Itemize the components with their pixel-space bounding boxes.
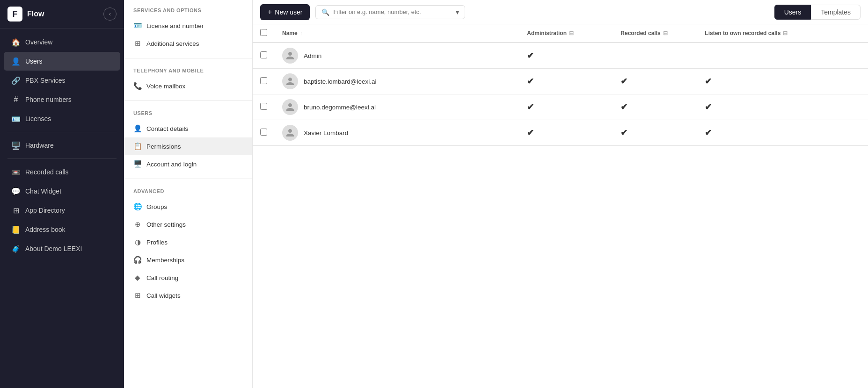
sub-divider-2 — [124, 179, 252, 179]
admin-checkmark: ✔ — [527, 77, 534, 86]
header-administration: Administration ⊟ — [519, 24, 613, 43]
row-listen-cell: ✔ — [697, 69, 868, 94]
admin-checkmark: ✔ — [527, 51, 534, 60]
header-name: Name ↑ — [275, 24, 519, 43]
new-user-button[interactable]: + New user — [260, 4, 310, 20]
admin-filter-icon[interactable]: ⊟ — [569, 30, 574, 36]
sidebar-item-label: Recorded calls — [25, 168, 69, 176]
sub-item-label: Account and login — [146, 161, 197, 168]
hardware-icon: 🖥️ — [11, 141, 21, 150]
sub-item-memberships[interactable]: 🎧Memberships — [124, 251, 252, 269]
avatar — [282, 48, 298, 64]
row-listen-cell: ✔ — [697, 94, 868, 120]
tab-users[interactable]: Users — [774, 5, 811, 20]
row-admin-cell: ✔ — [519, 43, 613, 69]
topbar: + New user 🔍 ▾ UsersTemplates — [253, 0, 868, 24]
row-name: baptiste.lombard@leexi.ai — [304, 78, 377, 85]
row-recorded-cell — [613, 43, 697, 69]
row-name: Xavier Lombard — [304, 129, 348, 137]
sub-section-title-0: Services and options — [124, 7, 252, 17]
row-checkbox[interactable] — [260, 103, 267, 110]
tab-templates[interactable]: Templates — [811, 5, 861, 20]
listen-checkmark: ✔ — [705, 77, 712, 86]
sub-item-label: Groups — [146, 203, 167, 210]
recorded-col-label: Recorded calls — [620, 30, 660, 36]
groups-icon: 🌐 — [133, 202, 142, 211]
admin-col-label: Administration — [527, 30, 567, 36]
sidebar-item-address-book[interactable]: 📒Address book — [4, 220, 120, 239]
name-col-label: Name — [282, 30, 298, 36]
sidebar-item-label: Hardware — [25, 142, 54, 149]
sidebar-item-label: App Directory — [25, 207, 65, 214]
overview-icon: 🏠 — [11, 37, 21, 47]
header-checkbox-col — [253, 24, 275, 43]
voice-mailbox-icon: 📞 — [133, 82, 142, 90]
sidebar: F Flow ‹ 🏠Overview👤Users🔗PBX Services#Ph… — [0, 0, 124, 388]
header-recorded-calls: Recorded calls ⊟ — [613, 24, 697, 43]
filter-dropdown-button[interactable]: ▾ — [456, 8, 459, 16]
row-name: Admin — [304, 52, 321, 59]
admin-checkmark: ✔ — [527, 128, 534, 137]
recorded-calls-icon: 📼 — [11, 167, 21, 177]
sub-item-label: Memberships — [146, 257, 184, 264]
sub-item-license-number[interactable]: 🪪License and number — [124, 17, 252, 35]
sub-section-0: Services and options🪪License and number⊞… — [124, 0, 252, 56]
sidebar-item-recorded-calls[interactable]: 📼Recorded calls — [4, 163, 120, 181]
header-listen-own: Listen to own recorded calls ⊟ — [697, 24, 868, 43]
name-sort-icon[interactable]: ↑ — [300, 30, 303, 36]
sidebar-item-chat-widget[interactable]: 💬Chat Widget — [4, 182, 120, 201]
profiles-icon: ◑ — [133, 238, 142, 246]
sidebar-collapse-button[interactable]: ‹ — [103, 7, 117, 21]
sub-item-call-routing[interactable]: ◆Call routing — [124, 269, 252, 287]
table-row: Admin ✔ — [253, 43, 868, 69]
sidebar-item-overview[interactable]: 🏠Overview — [4, 33, 120, 51]
sidebar-item-about[interactable]: 🧳About Demo LEEXI — [4, 239, 120, 258]
sub-section-1: Telephony and mobile📞Voice mailbox — [124, 60, 252, 99]
new-user-label: New user — [275, 8, 302, 16]
address-book-icon: 📒 — [11, 225, 21, 234]
recorded-checkmark: ✔ — [620, 128, 627, 137]
sub-item-additional-services[interactable]: ⊞Additional services — [124, 35, 252, 52]
row-name-cell: bruno.degomme@leexi.ai — [275, 94, 519, 120]
sidebar-item-phone-numbers[interactable]: #Phone numbers — [4, 90, 120, 109]
table-row: baptiste.lombard@leexi.ai ✔ ✔ ✔ — [253, 69, 868, 94]
search-input[interactable] — [333, 8, 452, 15]
pbx-services-icon: 🔗 — [11, 76, 21, 85]
sidebar-item-label: Chat Widget — [25, 187, 61, 195]
sub-divider-0 — [124, 58, 252, 58]
about-icon: 🧳 — [11, 244, 21, 253]
sidebar-item-label: Users — [25, 57, 43, 65]
sub-item-account-login[interactable]: 🖥️Account and login — [124, 155, 252, 173]
sidebar-item-hardware[interactable]: 🖥️Hardware — [4, 136, 120, 155]
sidebar-item-label: Address book — [25, 226, 66, 233]
sub-item-other-settings[interactable]: ⊕Other settings — [124, 216, 252, 233]
sidebar-item-app-directory[interactable]: ⊞App Directory — [4, 201, 120, 220]
sub-item-label: Call routing — [146, 274, 178, 281]
sub-section-title-1: Telephony and mobile — [124, 68, 252, 77]
sub-item-groups[interactable]: 🌐Groups — [124, 198, 252, 216]
sub-item-permissions[interactable]: 📋Permissions — [124, 137, 252, 155]
sub-item-voice-mailbox[interactable]: 📞Voice mailbox — [124, 77, 252, 95]
sub-section-title-2: Users — [124, 110, 252, 120]
sidebar-item-label: About Demo LEEXI — [25, 245, 82, 252]
row-checkbox[interactable] — [260, 77, 267, 84]
select-all-checkbox[interactable] — [260, 29, 267, 36]
row-name-cell: Admin — [275, 43, 519, 69]
row-checkbox[interactable] — [260, 129, 267, 136]
sidebar-item-licenses[interactable]: 🪪Licenses — [4, 109, 120, 128]
listen-filter-icon[interactable]: ⊟ — [783, 30, 788, 36]
sidebar-title: Flow — [27, 10, 99, 18]
sub-item-profiles[interactable]: ◑Profiles — [124, 233, 252, 251]
sub-item-call-widgets[interactable]: ⊞Call widgets — [124, 287, 252, 304]
sidebar-item-pbx-services[interactable]: 🔗PBX Services — [4, 71, 120, 90]
row-checkbox[interactable] — [260, 51, 267, 58]
sub-section-2: Users👤Contact details📋Permissions🖥️Accou… — [124, 103, 252, 177]
account-login-icon: 🖥️ — [133, 160, 142, 168]
recorded-filter-icon[interactable]: ⊟ — [663, 30, 668, 36]
row-admin-cell: ✔ — [519, 69, 613, 94]
sidebar-item-users[interactable]: 👤Users — [4, 52, 120, 71]
sub-item-contact-details[interactable]: 👤Contact details — [124, 120, 252, 137]
row-recorded-cell: ✔ — [613, 94, 697, 120]
sub-item-label: Other settings — [146, 221, 186, 228]
sub-item-label: Contact details — [146, 125, 188, 132]
